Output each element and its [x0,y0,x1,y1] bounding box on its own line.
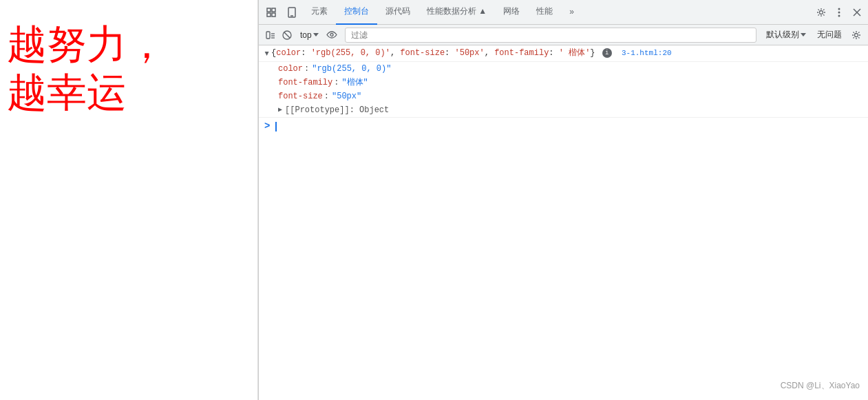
svg-rect-3 [272,13,275,17]
console-settings-icon[interactable] [849,28,864,43]
console-prompt: > [264,120,270,131]
prop-color-line: color: "rgb(255, 0, 0)" [259,62,868,76]
preview-text: 越努力， 越幸运 [7,21,251,116]
svg-point-18 [330,34,333,36]
tab-more[interactable]: » [561,0,582,25]
tab-console[interactable]: 控制台 [336,0,377,25]
svg-line-17 [284,32,290,38]
console-output: ▶ {color: 'rgb(255, 0, 0)', font-size: '… [259,45,868,400]
prop-font-size-line: font-size: "50px" [259,90,868,103]
prop-font-family-line: font-family: "楷体" [259,76,868,90]
close-icon[interactable] [849,4,865,21]
sidebar-toggle-icon[interactable] [263,28,278,43]
tab-performance-insights[interactable]: 性能数据分析 ▲ [419,0,495,25]
svg-point-9 [838,14,840,17]
tab-network[interactable]: 网络 [495,0,528,25]
svg-point-19 [855,33,858,36]
svg-point-7 [838,8,840,10]
inspector-icon[interactable] [262,3,281,22]
watermark: CSDN @Li、XiaoYao [781,380,860,392]
svg-point-8 [838,11,840,13]
device-icon[interactable] [282,3,301,22]
source-link[interactable]: 3-1.html:20 [622,49,672,57]
clear-console-icon[interactable] [279,28,295,43]
svg-rect-12 [266,32,270,39]
prototype-line: ▶ [[Prototype]]: Object [259,103,868,117]
svg-rect-0 [267,8,271,12]
tab-sources[interactable]: 源代码 [377,0,419,25]
context-dropdown[interactable]: top [296,29,323,41]
svg-point-6 [820,10,823,14]
info-icon[interactable]: i [602,48,612,58]
expand-arrow[interactable]: ▶ [260,52,273,56]
log-level-dropdown[interactable]: 默认级别 [762,28,810,42]
devtools-panel: 元素 控制台 源代码 性能数据分析 ▲ 网络 性能 » [258,0,868,400]
console-object-line: ▶ {color: 'rgb(255, 0, 0)', font-size: '… [259,45,868,62]
svg-rect-1 [272,8,275,12]
tab-performance[interactable]: 性能 [528,0,561,25]
tabs-bar: 元素 控制台 源代码 性能数据分析 ▲ 网络 性能 » [259,0,868,25]
live-expressions-icon[interactable] [324,28,339,43]
console-toolbar: top 默认级别 无问题 [259,25,868,45]
console-cursor[interactable] [275,122,277,131]
prototype-expand-arrow[interactable]: ▶ [278,104,282,116]
issues-button[interactable]: 无问题 [812,28,847,42]
more-options-icon[interactable] [831,4,847,21]
filter-input[interactable] [345,28,756,43]
settings-icon[interactable] [813,4,829,21]
preview-panel: 越努力， 越幸运 [0,0,258,400]
object-preview: {color: 'rgb(255, 0, 0)', font-size: '50… [271,47,672,59]
console-input-line: > [259,117,868,134]
svg-rect-2 [267,13,271,17]
tab-elements[interactable]: 元素 [303,0,336,25]
